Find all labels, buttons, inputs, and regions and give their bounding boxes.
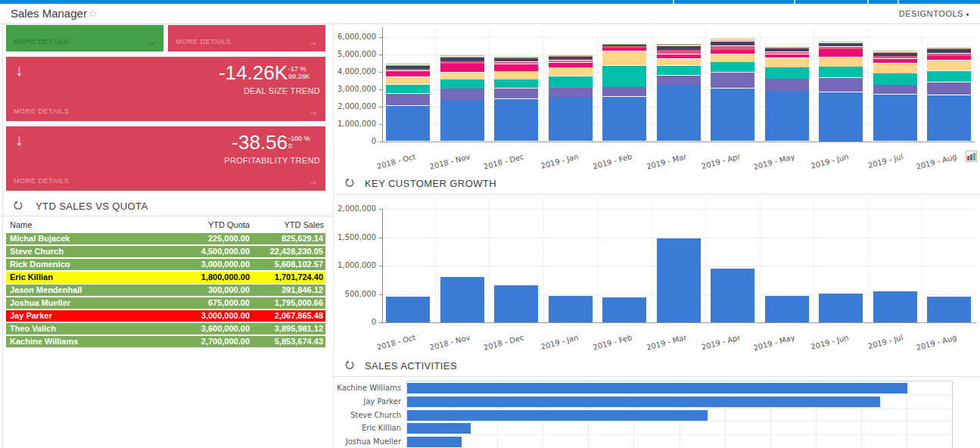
stacked-bar-segment[interactable] — [711, 40, 754, 41]
stacked-bar-segment[interactable] — [440, 79, 484, 88]
stacked-bar-segment[interactable] — [927, 82, 971, 95]
stacked-bar-segment[interactable] — [927, 48, 971, 49]
stacked-bar-segment[interactable] — [657, 50, 701, 54]
design-button[interactable]: DESIGN — [899, 9, 933, 18]
stacked-bar-segment[interactable] — [873, 73, 917, 84]
stacked-bar-segment[interactable] — [819, 67, 863, 77]
stacked-bar-segment[interactable] — [765, 47, 809, 48]
stacked-bar-segment[interactable] — [602, 66, 646, 87]
more-details-link[interactable]: MORE DETAILS — [14, 38, 70, 45]
stacked-bar-segment[interactable] — [386, 85, 430, 93]
stacked-bar-segment[interactable] — [549, 57, 593, 61]
stacked-bar-segment[interactable] — [440, 64, 484, 72]
stacked-bar-segment[interactable] — [602, 87, 646, 96]
stacked-bar-segment[interactable] — [549, 56, 593, 57]
stacked-bar-segment[interactable] — [440, 57, 484, 58]
stacked-bar-segment[interactable] — [819, 47, 863, 49]
stacked-bar-segment[interactable] — [657, 44, 701, 45]
stacked-bar-segment[interactable] — [765, 58, 809, 67]
stacked-bar-segment[interactable] — [819, 78, 863, 92]
stacked-bar-segment[interactable] — [657, 76, 701, 85]
stacked-bar-segment[interactable] — [711, 50, 754, 54]
stacked-bar-segment[interactable] — [602, 44, 646, 45]
stacked-bar-segment[interactable] — [873, 53, 917, 56]
deal-size-trend-tile[interactable]: ↓ -14.26K -17 %69.28K DEAL SIZE TREND MO… — [6, 57, 325, 121]
stacked-bar-segment[interactable] — [873, 56, 917, 58]
bar[interactable] — [407, 383, 907, 394]
table-row[interactable]: Jay Parker3,000,000.002,067,865.48 — [6, 310, 325, 322]
stacked-bar-segment[interactable] — [819, 58, 863, 67]
stacked-bar-segment[interactable] — [494, 79, 538, 88]
stacked-bar-segment[interactable] — [657, 85, 701, 141]
stacked-bar-segment[interactable] — [549, 67, 593, 76]
stacked-bar-segment[interactable] — [711, 62, 754, 72]
bar[interactable] — [873, 291, 917, 322]
stacked-bar-segment[interactable] — [873, 51, 917, 51]
bar[interactable] — [927, 297, 971, 322]
refresh-icon[interactable] — [344, 360, 355, 371]
stacked-bar-segment[interactable] — [819, 49, 863, 57]
bar[interactable] — [494, 285, 538, 323]
stacked-bar-segment[interactable] — [549, 63, 593, 67]
stacked-bar-segment[interactable] — [549, 55, 593, 56]
column-header-name[interactable]: Name — [10, 220, 32, 229]
kpi-tile-red[interactable]: MORE DETAILS → — [168, 25, 325, 51]
stacked-bar-segment[interactable] — [386, 71, 430, 77]
stacked-bar-segment[interactable] — [657, 66, 701, 75]
table-row[interactable]: Theo Valich3,600,000.003,895,981.12 — [6, 323, 325, 334]
stacked-bar-segment[interactable] — [549, 97, 593, 141]
stacked-bar-segment[interactable] — [494, 64, 538, 71]
bar[interactable] — [819, 294, 863, 322]
stacked-bar-segment[interactable] — [657, 45, 701, 45]
table-row[interactable]: Steve Church4,500,000.0022,428,230.05 — [6, 246, 325, 257]
stacked-bar-segment[interactable] — [440, 100, 484, 141]
stacked-bar-segment[interactable] — [819, 92, 863, 142]
table-row[interactable]: Michal Bujacek225,000.00825,629.14 — [6, 233, 325, 244]
stacked-bar-segment[interactable] — [873, 59, 917, 63]
stacked-bar-segment[interactable] — [386, 69, 430, 70]
stacked-bar-segment[interactable] — [819, 42, 863, 42]
table-row[interactable]: Eric Killian1,800,000.001,701,724.40 — [6, 272, 325, 283]
stacked-bar-segment[interactable] — [657, 46, 701, 50]
stacked-bar-segment[interactable] — [711, 39, 754, 39]
stacked-bar-segment[interactable] — [927, 71, 971, 82]
stacked-bar-segment[interactable] — [819, 42, 863, 42]
stacked-bar-segment[interactable] — [765, 91, 809, 141]
bar[interactable] — [407, 397, 880, 407]
stacked-bar-segment[interactable] — [927, 61, 971, 70]
bar[interactable] — [407, 437, 462, 447]
stacked-bar-segment[interactable] — [494, 71, 538, 79]
stacked-bar-segment[interactable] — [549, 88, 593, 97]
stacked-bar-segment[interactable] — [765, 54, 809, 58]
stacked-bar-segment[interactable] — [602, 51, 646, 65]
bar[interactable] — [602, 297, 646, 322]
stacked-bar-segment[interactable] — [927, 56, 971, 60]
stacked-bar-segment[interactable] — [440, 73, 484, 79]
stacked-bar-segment[interactable] — [873, 52, 917, 53]
stacked-bar-segment[interactable] — [386, 106, 430, 142]
stacked-bar-segment[interactable] — [440, 61, 484, 63]
stacked-bar-segment[interactable] — [602, 44, 646, 45]
bar[interactable] — [407, 423, 471, 434]
column-header-sales[interactable]: YTD Sales — [248, 220, 324, 229]
stacked-bar-segment[interactable] — [386, 66, 430, 69]
stacked-bar-segment[interactable] — [711, 46, 754, 50]
chart-type-icon[interactable] — [966, 151, 977, 162]
stacked-bar-segment[interactable] — [386, 64, 430, 64]
stacked-bar-segment[interactable] — [873, 85, 917, 94]
stacked-bar-segment[interactable] — [440, 55, 484, 56]
stacked-bar-segment[interactable] — [765, 79, 809, 91]
bar[interactable] — [440, 277, 484, 322]
stacked-bar-segment[interactable] — [765, 67, 809, 78]
bar[interactable] — [386, 297, 430, 323]
stacked-bar-segment[interactable] — [602, 97, 646, 142]
column-header-quota[interactable]: YTD Quota — [174, 220, 250, 229]
stacked-bar-segment[interactable] — [549, 76, 593, 88]
table-row[interactable]: Joshua Mueller675,000.001,795,000.66 — [6, 297, 325, 309]
bar[interactable] — [549, 296, 593, 322]
stacked-bar-segment[interactable] — [765, 48, 809, 48]
stacked-bar-segment[interactable] — [494, 89, 538, 99]
stacked-bar-segment[interactable] — [386, 77, 430, 84]
stacked-bar-segment[interactable] — [602, 46, 646, 47]
bar[interactable] — [407, 410, 708, 421]
